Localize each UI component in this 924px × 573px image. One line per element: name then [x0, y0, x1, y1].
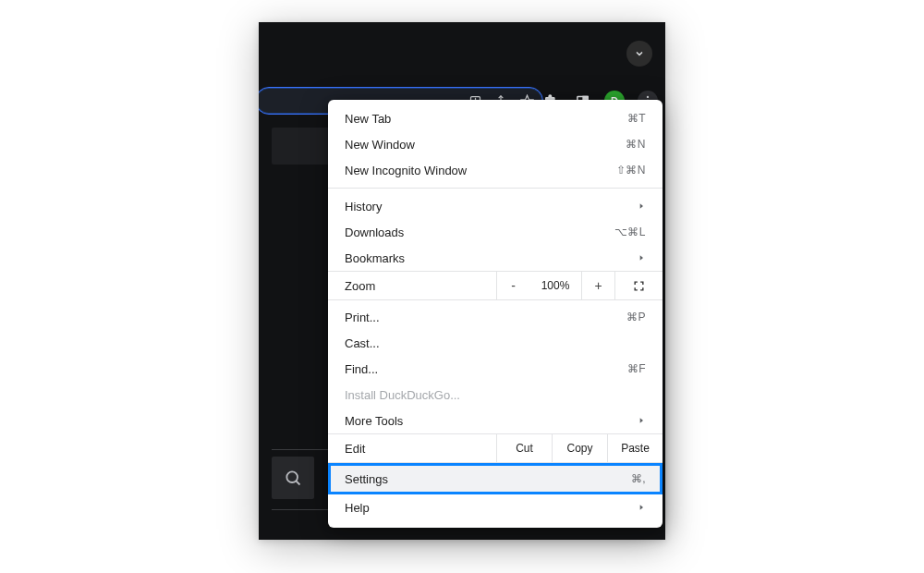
submenu-arrow-icon — [637, 416, 646, 425]
fullscreen-button[interactable] — [614, 272, 663, 299]
shortcut: ⌘N — [626, 138, 646, 151]
menu-label: Install DuckDuckGo... — [345, 388, 460, 402]
paste-button[interactable]: Paste — [607, 434, 663, 462]
menu-label: More Tools — [345, 414, 403, 428]
shortcut: ⇧⌘N — [616, 164, 646, 177]
menu-label: New Window — [345, 138, 415, 152]
search-icon[interactable] — [272, 457, 314, 499]
chevron-down-icon[interactable] — [626, 41, 652, 67]
menu-item-new-incognito[interactable]: New Incognito Window ⇧⌘N — [328, 157, 663, 183]
menu-item-history[interactable]: History — [328, 193, 663, 219]
menu-item-install-pwa: Install DuckDuckGo... — [328, 382, 663, 408]
menu-label: Help — [345, 501, 370, 515]
svg-marker-10 — [640, 203, 643, 208]
svg-point-8 — [286, 471, 298, 482]
menu-item-downloads[interactable]: Downloads ⌥⌘L — [328, 219, 663, 245]
menu-label: Downloads — [345, 226, 404, 239]
menu-item-edit: Edit Cut Copy Paste — [328, 433, 663, 463]
submenu-arrow-icon — [637, 201, 646, 211]
shortcut: ⌥⌘L — [614, 226, 646, 238]
menu-item-cast[interactable]: Cast... — [328, 330, 663, 356]
shortcut: ⌘P — [626, 311, 646, 323]
menu-label: New Incognito Window — [345, 164, 467, 177]
menu-item-find[interactable]: Find... ⌘F — [328, 356, 663, 382]
zoom-percent: 100% — [529, 272, 581, 299]
svg-point-5 — [647, 96, 649, 98]
menu-item-bookmarks[interactable]: Bookmarks — [328, 245, 663, 271]
menu-label: Cast... — [345, 336, 380, 350]
zoom-out-button[interactable]: - — [496, 272, 529, 299]
menu-label: History — [345, 200, 382, 213]
edit-label: Edit — [328, 434, 496, 462]
submenu-arrow-icon — [637, 503, 646, 512]
cut-button[interactable]: Cut — [496, 434, 552, 462]
shortcut: ⌘T — [627, 112, 646, 125]
copy-button[interactable]: Copy — [552, 434, 607, 462]
svg-marker-12 — [640, 418, 643, 422]
menu-item-more-tools[interactable]: More Tools — [328, 408, 663, 433]
menu-label: Find... — [345, 362, 378, 376]
menu-label: Settings — [345, 472, 388, 486]
menu-label: New Tab — [345, 112, 391, 126]
menu-item-new-window[interactable]: New Window ⌘N — [328, 131, 663, 157]
zoom-in-button[interactable]: + — [581, 272, 614, 299]
menu-item-zoom: Zoom - 100% + — [328, 271, 663, 300]
chrome-main-menu: New Tab ⌘T New Window ⌘N New Incognito W… — [328, 100, 663, 528]
menu-item-print[interactable]: Print... ⌘P — [328, 304, 663, 330]
submenu-arrow-icon — [637, 253, 646, 262]
menu-label: Bookmarks — [345, 251, 405, 265]
svg-marker-13 — [640, 505, 643, 509]
svg-line-9 — [297, 482, 300, 485]
shortcut: ⌘, — [631, 472, 646, 485]
zoom-label: Zoom — [328, 272, 496, 299]
menu-item-help[interactable]: Help — [328, 494, 663, 520]
svg-marker-11 — [640, 255, 643, 260]
menu-label: Print... — [345, 311, 380, 324]
menu-separator — [328, 188, 663, 189]
menu-item-new-tab[interactable]: New Tab ⌘T — [328, 105, 663, 131]
shortcut: ⌘F — [627, 362, 646, 375]
menu-item-settings[interactable]: Settings ⌘, — [328, 463, 663, 494]
